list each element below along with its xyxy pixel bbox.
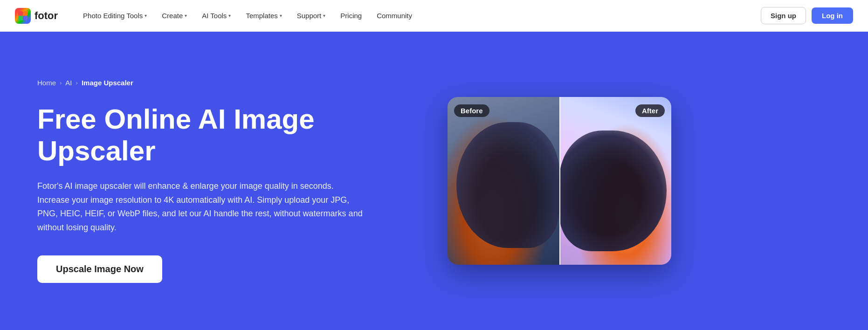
upscale-button[interactable]: Upscale Image Now [37,255,162,283]
nav-support-label: Support [297,12,322,20]
chevron-down-icon: ▾ [280,13,282,18]
hero-image-area: Before After [448,97,671,265]
nav-create-label: Create [162,12,183,20]
nav-support[interactable]: Support ▾ [290,8,332,23]
nav-templates-label: Templates [246,12,277,20]
breadcrumb-current: Image Upscaler [82,79,133,87]
logo[interactable]: fotor [15,8,58,24]
nav-items: Photo Editing Tools ▾ Create ▾ AI Tools … [76,8,761,23]
nav-ai-tools[interactable]: AI Tools ▾ [195,8,237,23]
shoe-left-decoration [456,122,559,248]
svg-rect-0 [18,11,23,16]
shoe-right-decoration [559,131,667,251]
breadcrumb-sep-2: › [76,79,78,86]
nav-photo-editing[interactable]: Photo Editing Tools ▾ [76,8,153,23]
svg-rect-1 [23,11,28,16]
nav-right: Sign up Log in [761,7,853,24]
hero-description: Fotor's AI image upscaler will enhance &… [37,179,364,235]
navbar: fotor Photo Editing Tools ▾ Create ▾ AI … [0,0,868,32]
chevron-down-icon: ▾ [185,13,187,18]
page-title: Free Online AI Image Upscaler [37,103,420,166]
after-badge: After [635,104,665,117]
nav-create[interactable]: Create ▾ [155,8,193,23]
chevron-down-icon: ▾ [228,13,231,18]
nav-pricing[interactable]: Pricing [334,8,368,23]
nav-pricing-label: Pricing [340,12,362,20]
nav-ai-tools-label: AI Tools [202,12,227,20]
before-badge: Before [454,104,489,117]
svg-rect-2 [18,16,23,21]
chevron-down-icon: ▾ [145,13,147,18]
nav-templates[interactable]: Templates ▾ [239,8,288,23]
logo-text: fotor [34,10,58,22]
nav-community-label: Community [377,12,412,20]
logo-icon [15,8,31,24]
before-after-comparison: Before After [448,97,671,265]
breadcrumb-sep-1: › [60,79,62,86]
hero-content: Home › AI › Image Upscaler Free Online A… [37,79,420,282]
svg-rect-3 [23,16,28,21]
nav-photo-editing-label: Photo Editing Tools [83,12,143,20]
breadcrumb-ai[interactable]: AI [65,79,72,87]
comparison-divider [559,97,560,265]
signup-button[interactable]: Sign up [761,7,806,24]
hero-section: Home › AI › Image Upscaler Free Online A… [0,32,868,330]
login-button[interactable]: Log in [812,7,853,24]
breadcrumb-home[interactable]: Home [37,79,56,87]
breadcrumb: Home › AI › Image Upscaler [37,79,420,87]
chevron-down-icon: ▾ [323,13,325,18]
nav-community[interactable]: Community [370,8,419,23]
